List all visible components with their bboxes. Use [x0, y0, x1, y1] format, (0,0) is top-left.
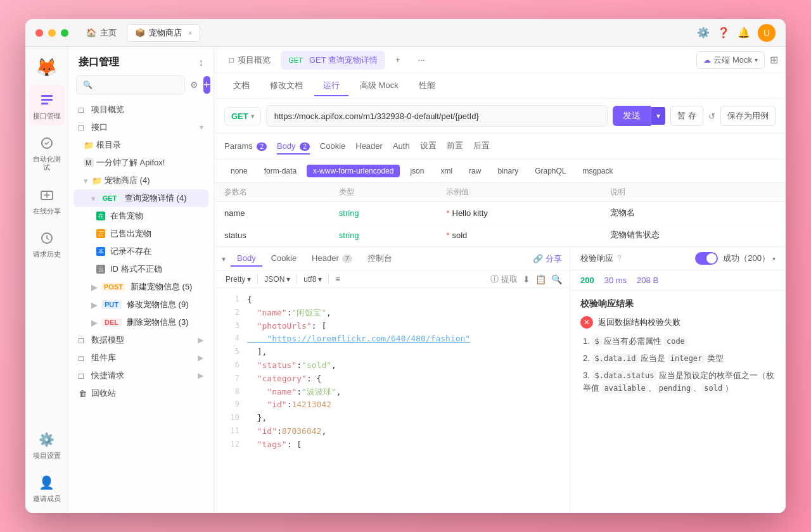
tree-item-get-pet[interactable]: ▾ GET 查询宠物详情 (4) [73, 189, 208, 207]
params-tab-auth[interactable]: Auth [393, 139, 410, 155]
resp-tab-body[interactable]: Body [231, 251, 262, 267]
pretty-select[interactable]: Pretty ▾ [222, 274, 255, 285]
tree-item-pet-for-sale[interactable]: 在 在售宠物 [73, 207, 208, 225]
method-selector[interactable]: GET ▾ [224, 107, 261, 125]
resp-tab-console[interactable]: 控制台 [361, 250, 399, 268]
status-dropdown-icon[interactable]: ▾ [772, 255, 776, 262]
tree-item-overview[interactable]: □ 项目概览 [73, 101, 208, 118]
interfaces-label: 接口 [91, 122, 108, 133]
body-type-graphql[interactable]: GraphQL [528, 165, 572, 177]
sidebar-item-project-settings[interactable]: ⚙️ 项目设置 [29, 424, 65, 465]
filter-button[interactable]: ⚙ [190, 76, 198, 94]
params-tab-pre[interactable]: 前置 [447, 137, 463, 155]
tree-item-post-pet[interactable]: ▶ POST 新建宠物信息 (5) [73, 278, 208, 296]
tree-item-del-pet[interactable]: ▶ DEL 删除宠物信息 (3) [73, 314, 208, 331]
json-select[interactable]: JSON ▾ [260, 274, 294, 285]
tree-item-pet-shop-folder[interactable]: ▾ 📁 宠物商店 (4) [73, 172, 208, 189]
layout-toggle-icon[interactable]: ⊞ [770, 54, 778, 66]
body-type-binary[interactable]: binary [491, 165, 525, 177]
tab-get-pet[interactable]: GET GET 查询宠物详情 [281, 51, 385, 70]
pet-shop-tab[interactable]: 📦 宠物商店 × [127, 24, 200, 42]
search-icon[interactable]: 🔍 [551, 274, 562, 284]
sidebar-item-online-share[interactable]: 在线分享 [29, 180, 65, 220]
send-dropdown-button[interactable]: ▾ [651, 107, 665, 125]
validation-toggle-switch[interactable] [695, 252, 718, 265]
sidebar-item-history[interactable]: 请求历史 [29, 223, 65, 263]
body-type-msgpack[interactable]: msgpack [577, 165, 620, 177]
tree-item-interfaces[interactable]: □ 接口 ▾ [73, 118, 208, 136]
params-tab-params[interactable]: Params 2 [224, 139, 267, 155]
minimize-window-button[interactable] [48, 29, 56, 37]
resp-tab-header[interactable]: Header 7 [305, 251, 359, 267]
add-button[interactable]: + [203, 76, 210, 94]
wrap-select[interactable]: ≡ [331, 274, 343, 285]
tree-item-quick-request[interactable]: □ 快捷请求 ▶ [73, 367, 208, 384]
tree-item-recycle-bin[interactable]: 🗑 回收站 [73, 384, 208, 402]
resp-line-4: 4 "https://loremflickr.com/640/480/fashi… [224, 332, 559, 346]
share-button[interactable]: 🔗 分享 [533, 253, 562, 265]
collapse-icon[interactable]: ▾ [222, 255, 226, 263]
tab-performance[interactable]: 性能 [410, 76, 444, 96]
maximize-window-button[interactable] [61, 29, 68, 37]
status-success-label: 成功（200） ▾ [723, 253, 776, 264]
body-type-json[interactable]: json [404, 165, 430, 177]
success-label-text: 成功（200） [723, 253, 770, 264]
home-tab[interactable]: 🏠 主页 [79, 25, 124, 41]
components-label: 组件库 [91, 352, 116, 364]
tab-more[interactable]: ··· [411, 51, 433, 68]
settings-icon[interactable]: ⚙️ [697, 27, 710, 39]
params-tab-cookie[interactable]: Cookie [320, 139, 345, 155]
help-icon[interactable]: ❓ [717, 27, 730, 39]
icon-sidebar: 🦊 接口管理 自动化 [25, 47, 68, 513]
tab-overview[interactable]: □ 项目概览 [222, 51, 278, 70]
body-type-urlencoded[interactable]: x-www-form-urlencoded [307, 165, 400, 177]
pet-shop-tab-close[interactable]: × [188, 29, 192, 37]
save-button[interactable]: 暂 存 [670, 106, 703, 126]
body-type-xml[interactable]: xml [434, 165, 459, 177]
sidebar-item-invite[interactable]: 👤 邀请成员 [29, 467, 65, 508]
tree-item-components[interactable]: □ 组件库 ▶ [73, 349, 208, 367]
validation-results-title: 校验响应结果 [580, 298, 776, 310]
error-icon: ✕ [580, 316, 593, 329]
tab-advanced-mock[interactable]: 高级 Mock [351, 76, 407, 96]
tree-item-pet-sold[interactable]: 正 已售出宠物 [73, 225, 208, 243]
bell-icon[interactable]: 🔔 [738, 27, 750, 39]
resp-tab-cookie[interactable]: Cookie [265, 251, 303, 267]
download-icon[interactable]: ⬇ [523, 274, 530, 284]
url-bar: GET ▾ 发送 ▾ 暂 存 ↺ 保存为用例 [214, 99, 786, 134]
tab-docs[interactable]: 文档 [224, 76, 259, 96]
body-type-raw[interactable]: raw [463, 165, 487, 177]
sidebar-item-automation[interactable]: 自动化测试 [29, 128, 65, 177]
avatar[interactable]: U [758, 24, 776, 42]
validation-help-icon[interactable]: ? [617, 254, 622, 263]
encoding-select[interactable]: utf8 ▾ [300, 274, 326, 285]
copy-icon[interactable]: ⓘ 提取 [490, 274, 518, 285]
tree-item-root[interactable]: 📁 根目录 [73, 136, 208, 154]
tree-item-data-model[interactable]: □ 数据模型 ▶ [73, 331, 208, 349]
sidebar-item-api-management[interactable]: 接口管理 [29, 85, 65, 125]
tab-run[interactable]: 运行 [314, 76, 348, 96]
params-tab-post[interactable]: 后置 [473, 137, 490, 155]
search-input[interactable] [76, 75, 185, 94]
put-method-badge: PUT [101, 300, 122, 309]
send-button[interactable]: 发送 [613, 106, 651, 126]
tree-item-pet-badformat[interactable]: 云 ID 格式不正确 [73, 260, 208, 278]
save-as-case-button[interactable]: 保存为用例 [720, 106, 776, 126]
tree-item-put-pet[interactable]: ▶ PUT 修改宠物信息 (9) [73, 296, 208, 314]
close-window-button[interactable] [35, 29, 43, 37]
params-tab-body[interactable]: Body 2 [277, 139, 310, 155]
body-type-none[interactable]: none [224, 165, 254, 177]
params-tab-header[interactable]: Header [355, 139, 383, 155]
body-type-form-data[interactable]: form-data [258, 165, 303, 177]
tab-add[interactable]: + [388, 51, 408, 68]
url-input[interactable] [266, 105, 608, 127]
refresh-button[interactable]: ↺ [708, 111, 715, 121]
clipboard-icon[interactable]: 📋 [535, 274, 546, 284]
tree-item-pet-notexist[interactable]: 本 记录不存在 [73, 243, 208, 260]
tree-item-apifox-intro[interactable]: M 一分钟了解 Apifox! [73, 154, 208, 172]
nav-sort-icon[interactable]: ↕ [198, 57, 203, 68]
cloud-mock-button[interactable]: ☁ 云端 Mock ▾ [696, 51, 765, 69]
params-tab-settings[interactable]: 设置 [420, 137, 437, 155]
tab-edit-docs[interactable]: 修改文档 [261, 76, 312, 96]
cloud-mock-label: 云端 Mock [713, 54, 752, 66]
